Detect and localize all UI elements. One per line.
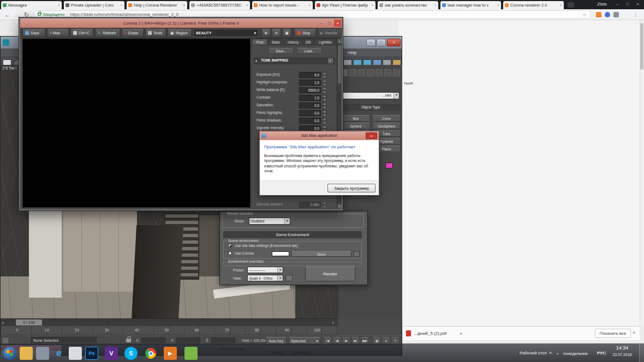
spinner[interactable]: ▴▾ — [322, 95, 327, 101]
toolbar-expand-icon[interactable]: » — [549, 350, 552, 355]
use-max-settings-radio[interactable] — [228, 244, 232, 248]
new-tab-button[interactable] — [568, 2, 574, 8]
extension-icon-gray[interactable] — [613, 12, 619, 17]
browser-close-icon[interactable]: × — [633, 1, 642, 8]
extras-tab-icon[interactable] — [393, 69, 400, 76]
tab-post[interactable]: Post — [252, 39, 267, 45]
spinner[interactable]: ▴▾ — [322, 72, 327, 78]
object-button-geosphere[interactable]: GeoSphere — [372, 123, 401, 129]
browser-tab-path[interactable]: <433A5C55736572735C× — [189, 1, 250, 9]
browser-menu-icon[interactable]: ⋮ — [633, 10, 638, 19]
browser-tab-private-uploader[interactable]: Private Uploader | Coro× — [64, 1, 124, 9]
max-minimize-icon[interactable]: – — [366, 39, 375, 46]
scroll-down-icon[interactable]: ▾ — [337, 204, 342, 209]
show-desktop-button[interactable] — [639, 344, 644, 362]
vfb-stop-button[interactable]: Stop — [294, 29, 316, 37]
vfb-render-button[interactable]: ▶Render — [318, 29, 342, 37]
vfb-title-bar[interactable]: Corona 2 | 640×480px (1:1) | Camera: Fre… — [20, 19, 342, 28]
tonemap-save-button[interactable]: Save... — [269, 48, 294, 54]
vfb-maximize-icon[interactable]: □ — [325, 20, 333, 27]
view-lock-icon[interactable] — [285, 275, 293, 281]
mode-dropdown[interactable]: Disabled▾ — [249, 218, 290, 225]
track-bar[interactable]: 0 10 20 30 40 50 60 70 80 90 100 — [1, 326, 338, 335]
render-button[interactable]: Render — [305, 267, 355, 281]
browser-tab-report-issues[interactable]: How to report issues -× — [252, 1, 313, 9]
display-tab-icon[interactable] — [375, 69, 383, 76]
modify-tab-icon[interactable] — [349, 69, 356, 76]
tab-stats[interactable]: Stats — [268, 39, 283, 45]
scene-environment-rollout[interactable]: Scene Environment — [223, 231, 362, 238]
render-element-dropdown[interactable]: BEAUTY▾ — [193, 29, 259, 37]
tonemap-load-button[interactable]: Load... — [297, 48, 322, 54]
browser-maximize-icon[interactable]: □ — [623, 1, 632, 8]
start-button[interactable] — [3, 347, 16, 360]
browser-tab-help-corona[interactable]: Help | Corona Renderer× — [127, 1, 187, 9]
zoom-fit-icon[interactable]: ▣ — [282, 29, 291, 37]
extension-icon-orange[interactable] — [596, 12, 601, 17]
time-slider-handle[interactable]: 0 / 100 — [16, 319, 42, 325]
tray-show-hidden-icon[interactable]: ▴ — [557, 351, 558, 355]
menu-help[interactable]: Help — [348, 50, 356, 55]
use-corona-radio[interactable] — [228, 251, 232, 255]
tab-dr[interactable]: DR — [303, 39, 314, 45]
window-app-icon[interactable] — [36, 347, 49, 360]
browser-scrollbar-thumb[interactable] — [640, 23, 643, 70]
tab-history[interactable]: History — [284, 39, 302, 45]
tab-lightmix[interactable]: LightMix — [314, 39, 336, 45]
selection-lock-icon[interactable] — [126, 339, 131, 342]
param-value[interactable]: 0,0 — [299, 118, 321, 124]
param-value[interactable]: 0,0 — [299, 110, 321, 116]
crash-dialog-close-icon[interactable]: × — [366, 132, 377, 139]
browser-tab-task-manager[interactable]: task manager how to c× — [440, 1, 501, 9]
vfb-to-max-button[interactable]: > Max — [47, 29, 69, 37]
spinner[interactable]: ▴▾ — [322, 118, 327, 124]
param-value[interactable]: 0,0 — [299, 102, 321, 108]
internet-explorer-icon[interactable]: e — [52, 347, 65, 360]
tab-close-icon[interactable]: × — [120, 3, 123, 8]
param-value[interactable]: 5,0 — [299, 72, 321, 78]
vfb-copy-button[interactable]: Ctrl+C — [70, 29, 93, 37]
param-value[interactable]: 6500,0 — [299, 87, 321, 93]
spinner[interactable]: ▴▾ — [322, 102, 327, 108]
downloads-bar-close-icon[interactable]: × — [633, 330, 635, 335]
hierarchy-tab-icon[interactable] — [358, 69, 365, 76]
download-item-menu-icon[interactable]: ▴ — [460, 331, 462, 335]
timeline-right-arrow-icon[interactable]: ▸ — [332, 321, 335, 325]
environment-color-swatch[interactable] — [272, 251, 289, 256]
vfb-save-button[interactable]: Save — [22, 29, 45, 37]
motion-tab-icon[interactable] — [367, 69, 374, 76]
crash-dialog-title-bar[interactable]: 3ds Max application — [260, 131, 379, 140]
vfb-refresh-button[interactable]: ↻Refresh — [95, 29, 120, 37]
object-button-sphere[interactable]: Sphere — [342, 123, 370, 129]
browser-tab-corona-renderer[interactable]: Corona renderer 2.0× — [503, 1, 564, 9]
scroll-up-icon[interactable]: ▴ — [337, 39, 342, 44]
tab-close-icon[interactable]: × — [246, 3, 248, 8]
timeline-left-arrow-icon[interactable]: ◂ — [2, 321, 4, 325]
tab-close-icon[interactable]: × — [57, 3, 60, 8]
spinner[interactable]: ▴▾ — [322, 110, 327, 116]
tone-mapping-enabled-checkbox[interactable]: ✓ — [328, 58, 333, 63]
utilities-tab-icon[interactable] — [384, 69, 391, 76]
max-close-icon[interactable]: × — [387, 39, 401, 46]
object-button-cone[interactable]: Cone — [372, 115, 401, 122]
tab-close-icon[interactable]: × — [371, 3, 374, 8]
tab-close-icon[interactable]: × — [308, 3, 311, 8]
media-player-icon[interactable]: ▶ — [164, 347, 177, 360]
zoom-out-icon[interactable]: ⊖ — [272, 29, 281, 37]
spinner[interactable]: ▴▾ — [322, 80, 327, 86]
spinner[interactable]: ▴▾ — [322, 87, 327, 93]
skype-icon[interactable]: S — [124, 347, 138, 360]
tab-close-icon[interactable]: × — [183, 3, 186, 8]
back-icon[interactable]: ← — [4, 10, 10, 19]
browser-tab-messages[interactable]: Messages× — [1, 1, 62, 9]
extension-icon-blue[interactable] — [605, 12, 610, 17]
download-item[interactable]: ...дный_5 (2).pdf — [414, 331, 446, 336]
vfb-minimize-icon[interactable]: – — [317, 20, 325, 27]
view-dropdown[interactable]: Quad 4 - Ortho▾ — [247, 275, 283, 281]
browser-tab-artreal[interactable]: Арт Реал | Плитка фабр× — [315, 1, 375, 9]
environment-map-none-button[interactable]: None — [291, 251, 351, 257]
param-value[interactable]: 0,950 — [299, 202, 321, 208]
show-all-downloads-button[interactable]: Показать все — [595, 329, 631, 338]
spinner[interactable]: ▴▾ — [322, 202, 327, 208]
object-type-rollout[interactable]: Object Type — [341, 104, 401, 111]
